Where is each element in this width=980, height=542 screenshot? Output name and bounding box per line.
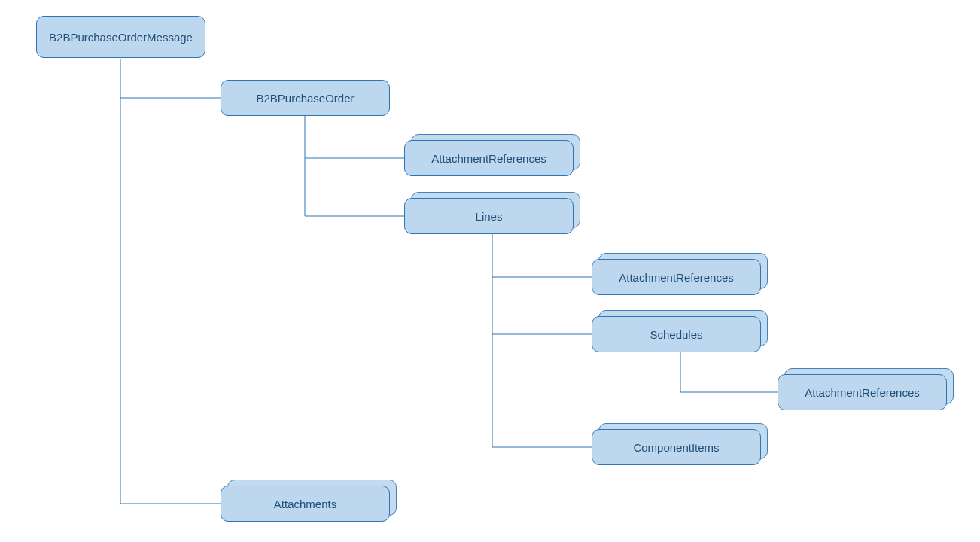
node-attachments: Attachments <box>221 486 390 522</box>
node-attachment-references-3: AttachmentReferences <box>778 374 947 410</box>
node-lines: Lines <box>404 198 574 234</box>
node-b2b-purchase-order: B2BPurchaseOrder <box>221 80 390 116</box>
node-attachment-references-2: AttachmentReferences <box>592 259 761 295</box>
connector-lines <box>0 0 980 542</box>
node-attachment-references-1: AttachmentReferences <box>404 140 574 176</box>
node-schedules: Schedules <box>592 316 761 352</box>
node-component-items: ComponentItems <box>592 429 761 465</box>
node-b2b-purchase-order-message: B2BPurchaseOrderMessage <box>36 16 205 58</box>
